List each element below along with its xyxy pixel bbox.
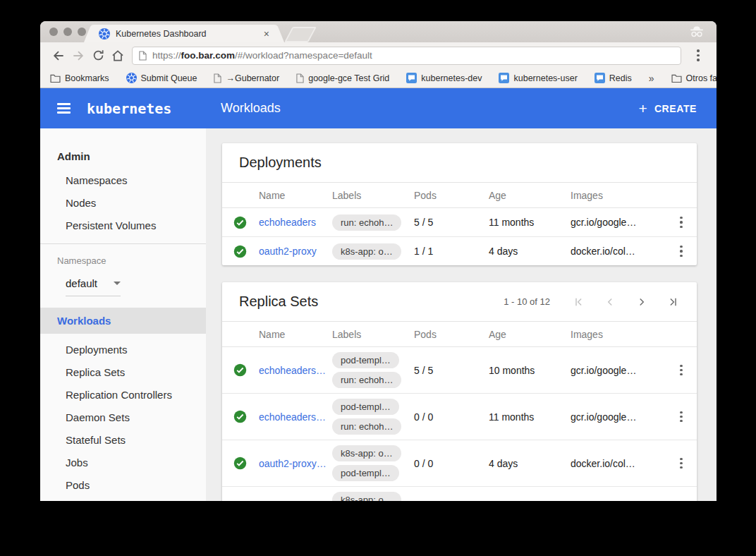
bookmark-redis[interactable]: Redis [595, 73, 632, 83]
page-icon [296, 73, 304, 83]
kubernetes-favicon-icon [99, 28, 110, 40]
label-chip: run: echoh… [332, 214, 401, 231]
chat-icon [595, 73, 605, 83]
browser-window: Kubernetes Dashboard × https://foo.bar.c… [40, 21, 717, 501]
chat-icon [406, 73, 417, 83]
bookmark-bookmarks[interactable]: Bookmarks [50, 73, 109, 83]
check-circle-icon [233, 457, 259, 470]
minimize-window-button[interactable] [63, 28, 72, 36]
row-menu-icon[interactable] [666, 246, 697, 257]
replica-set-link[interactable]: echoheaders… [259, 365, 332, 376]
chat-icon [499, 73, 509, 83]
bookmark-kubernetes-dev[interactable]: kubernetes-dev [406, 73, 482, 83]
window-controls [49, 28, 86, 36]
bookmark-kubernetes-user[interactable]: kubernetes-user [499, 73, 577, 83]
kubernetes-icon [126, 73, 137, 83]
label-chip: pod-templ… [332, 465, 399, 481]
row-menu-icon[interactable] [666, 365, 697, 376]
replica-sets-table-header: Name Labels Pods Age Images [222, 321, 697, 347]
bookmarks-overflow-chevron[interactable]: » [649, 73, 654, 84]
sidebar-item-daemon-sets[interactable]: Daemon Sets [40, 406, 206, 428]
tab-title: Kubernetes Dashboard [116, 29, 264, 39]
table-row: oauth2-proxy k8s-app: o… 1 / 1 4 days do… [222, 237, 697, 265]
home-icon[interactable] [108, 46, 128, 66]
label-chip: run: echoh… [332, 372, 401, 388]
label-chip: pod-templ… [332, 352, 399, 368]
create-button[interactable]: + CREATE [639, 101, 697, 116]
bookmark-google-gce-test-grid[interactable]: google-gce Test Grid [296, 73, 389, 83]
label-chip: run: echoh… [332, 418, 401, 435]
forward-icon[interactable] [68, 46, 88, 66]
namespace-selector[interactable]: default [66, 277, 121, 296]
sidebar-item-admin[interactable]: Admin [40, 144, 206, 169]
folder-icon [671, 74, 682, 83]
sidebar-item-persistent-volumes[interactable]: Persistent Volumes [40, 214, 206, 236]
browser-titlebar: Kubernetes Dashboard × [40, 21, 717, 42]
first-page-icon[interactable] [572, 296, 585, 308]
zoom-window-button[interactable] [78, 28, 86, 36]
sidebar-item-pods[interactable]: Pods [40, 473, 206, 496]
bookmark-submit-queue[interactable]: Submit Queue [126, 73, 197, 83]
replica-set-link[interactable]: oauth2-proxy… [259, 458, 332, 469]
sidebar-item-replication-controllers[interactable]: Replication Controllers [40, 383, 206, 406]
row-menu-icon[interactable] [666, 458, 697, 469]
table-row: echoheaders run: echoh… 5 / 5 11 months … [222, 208, 697, 237]
replica-sets-card-title: Replica Sets [239, 294, 504, 310]
back-icon[interactable] [49, 46, 68, 66]
row-menu-icon[interactable] [666, 411, 697, 423]
sidebar-item-replica-sets[interactable]: Replica Sets [40, 361, 206, 383]
table-row: echoheaders… pod-templ… run: echoh… 0 / … [222, 394, 697, 440]
check-circle-icon [233, 410, 259, 423]
folder-icon [50, 74, 61, 83]
sidebar-item-workloads[interactable]: Workloads [40, 308, 206, 334]
chevron-right-icon[interactable] [635, 296, 648, 308]
browser-tab[interactable]: Kubernetes Dashboard × [93, 25, 275, 42]
page-icon [139, 51, 147, 61]
deployments-card-title: Deployments [239, 155, 680, 171]
replica-set-link[interactable]: echoheaders… [259, 411, 332, 423]
plus-icon: + [639, 101, 647, 116]
main-content: Deployments Name Labels Pods Age Images … [206, 128, 717, 501]
last-page-icon[interactable] [667, 296, 680, 308]
close-window-button[interactable] [49, 28, 58, 36]
deployment-link[interactable]: oauth2-proxy [259, 246, 332, 257]
row-menu-icon[interactable] [666, 217, 697, 228]
sidebar-divider [40, 243, 206, 244]
page-icon [214, 73, 221, 83]
screenshot-canvas: Kubernetes Dashboard × https://foo.bar.c… [0, 0, 756, 556]
chevron-left-icon[interactable] [604, 296, 616, 308]
hamburger-menu-icon[interactable] [57, 103, 71, 113]
table-row: oauth2-proxy… k8s-app: o… pod-templ… 0 /… [222, 487, 697, 501]
bookmark-otros-favoritos[interactable]: Otros favoritos [671, 73, 717, 83]
bookmark-gubernator[interactable]: →Gubernator [214, 73, 279, 83]
deployment-link[interactable]: echoheaders [259, 217, 332, 228]
check-circle-icon [233, 363, 259, 377]
chevron-down-icon [114, 282, 121, 285]
tab-close-icon[interactable]: × [264, 29, 269, 39]
table-row: oauth2-proxy… k8s-app: o… pod-templ… 0 /… [222, 440, 697, 487]
incognito-icon [688, 25, 705, 42]
address-bar[interactable]: https://foo.bar.com/#/workload?namespace… [132, 47, 681, 65]
check-circle-icon [233, 245, 259, 258]
bookmarks-bar: Bookmarks Submit Queue →Gubernator googl… [40, 68, 717, 88]
pagination: 1 - 10 of 12 [504, 296, 680, 308]
label-chip: k8s-app: o… [332, 243, 401, 260]
kebab-menu-icon[interactable] [688, 46, 708, 66]
browser-toolbar: https://foo.bar.com/#/workload?namespace… [40, 42, 717, 68]
sidebar-item-stateful-sets[interactable]: Stateful Sets [40, 428, 206, 451]
kubernetes-logo: kubernetes [87, 100, 171, 117]
namespace-label: Namespace [40, 253, 206, 269]
sidebar-item-deployments[interactable]: Deployments [40, 338, 206, 361]
app-header: kubernetes Workloads + CREATE [40, 88, 717, 128]
reload-icon[interactable] [88, 46, 108, 66]
pagination-range: 1 - 10 of 12 [504, 296, 550, 307]
label-chip: k8s-app: o… [332, 492, 401, 501]
check-circle-icon [233, 216, 259, 229]
label-chip: pod-templ… [332, 399, 399, 415]
deployments-table-header: Name Labels Pods Age Images [222, 182, 697, 208]
page-title: Workloads [221, 101, 281, 116]
sidebar-item-namespaces[interactable]: Namespaces [40, 169, 206, 191]
sidebar-item-jobs[interactable]: Jobs [40, 451, 206, 473]
sidebar-item-nodes[interactable]: Nodes [40, 191, 206, 214]
new-tab-button[interactable] [284, 27, 317, 42]
